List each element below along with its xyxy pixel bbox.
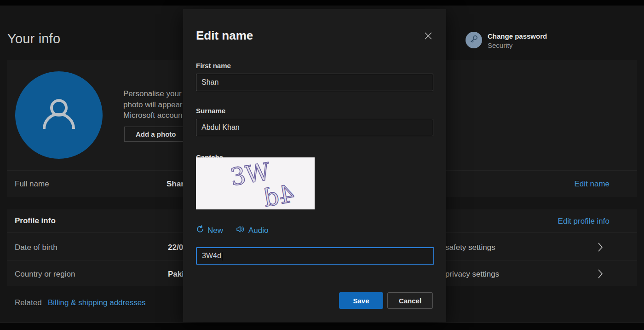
close-button[interactable] — [421, 29, 435, 43]
page-title: Your info — [7, 31, 60, 46]
add-photo-button[interactable]: Add a photo — [124, 127, 189, 142]
edit-name-link[interactable]: Edit name — [574, 179, 610, 189]
change-password-button[interactable] — [466, 32, 482, 48]
captcha-audio-link[interactable]: Audio — [236, 225, 268, 236]
first-name-label: First name — [196, 62, 231, 69]
person-icon — [34, 89, 84, 141]
edit-name-dialog: Edit name First name Surname Captcha 3W … — [183, 9, 446, 322]
date-of-birth-label: Date of birth — [15, 243, 58, 252]
full-name-label: Full name — [15, 179, 49, 189]
speaker-icon — [236, 225, 245, 236]
captcha-input[interactable]: 3W4d — [196, 247, 434, 265]
dialog-title: Edit name — [196, 29, 253, 43]
full-name-value: Shan — [167, 179, 183, 189]
first-name-input[interactable] — [196, 74, 433, 91]
date-of-birth-value: 22/0 — [168, 243, 183, 252]
top-strip — [0, 0, 644, 6]
privacy-settings-row[interactable]: privacy settings — [445, 270, 499, 279]
edit-profile-info-link[interactable]: Edit profile info — [558, 217, 610, 226]
refresh-icon — [196, 225, 204, 236]
key-icon — [469, 34, 479, 46]
save-button[interactable]: Save — [339, 292, 383, 309]
your-info-page: Your info Change password Security Perso… — [0, 0, 644, 330]
related-label: Related — [15, 298, 42, 307]
change-password-subtitle: Security — [488, 41, 512, 49]
cancel-button[interactable]: Cancel — [387, 292, 433, 309]
country-label: Country or region — [15, 270, 75, 279]
avatar-description: Personalise your a photo will appear Mic… — [123, 88, 184, 121]
change-password-label[interactable]: Change password — [488, 32, 547, 40]
chevron-right-icon[interactable] — [597, 242, 604, 254]
billing-shipping-link[interactable]: Billing & shipping addresses — [48, 298, 146, 307]
surname-label: Surname — [196, 107, 225, 115]
country-value: Pakis — [168, 270, 183, 279]
captcha-image: 3W 4d — [196, 157, 315, 209]
avatar[interactable] — [15, 71, 103, 159]
surname-input[interactable] — [196, 119, 433, 136]
captcha-new-link[interactable]: New — [196, 225, 223, 236]
captcha-glyphs-bottom: 4d — [261, 179, 296, 209]
safety-settings-row[interactable]: safety settings — [445, 243, 495, 252]
close-icon — [424, 31, 433, 42]
bottom-strip — [0, 322, 644, 330]
text-cursor — [222, 252, 222, 261]
profile-info-heading: Profile info — [15, 216, 56, 226]
chevron-right-icon[interactable] — [597, 269, 604, 281]
